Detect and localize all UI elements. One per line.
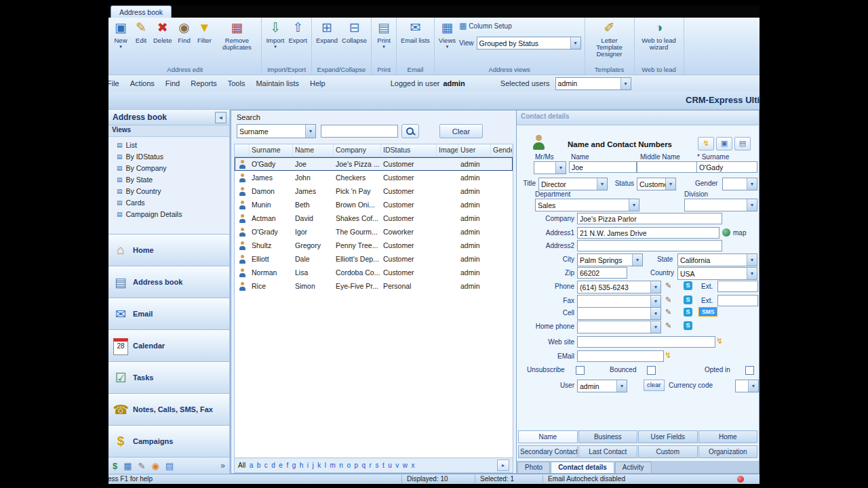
menu-tools[interactable]: Tools [222,79,251,87]
filter-letter[interactable]: f [286,462,288,469]
clear-user-button[interactable]: clear [644,380,665,391]
column-surname[interactable]: Surname [250,144,293,157]
table-row[interactable]: RiceSimonEye-Five Pr...Personaladmin [235,279,513,293]
filter-letter[interactable]: n [339,462,343,469]
table-row[interactable]: MuninBethBrown Oni...Customeradmin [235,198,513,211]
clear-button[interactable]: Clear [439,124,483,138]
tab-organization[interactable]: Organization [698,445,758,458]
column-company[interactable]: Company [334,144,381,157]
column-user[interactable]: User [458,144,491,157]
column-setup-button[interactable]: ▦Column Setup [459,21,581,30]
grid-icon[interactable]: ▦ [123,461,132,471]
view-item-list[interactable]: ▤List [117,139,229,150]
export-button[interactable]: ⇧Export [286,18,309,51]
filter-letter[interactable]: w [403,462,408,469]
go-web-icon[interactable]: ↯ [716,336,723,346]
fax-ext-field[interactable] [717,295,758,306]
skype-icon[interactable]: S [684,281,692,290]
tab-activity[interactable]: Activity [615,462,652,473]
tab-secondary-contacts[interactable]: Secondary Contacts [518,445,578,458]
filter-letter[interactable]: k [317,462,321,469]
search-field-select[interactable]: Surname [237,124,316,138]
sidebar-item-notes-calls-sms-fax[interactable]: ☎Notes, Calls, SMS, Fax [108,393,229,425]
surname-field[interactable] [696,161,757,173]
tab-name[interactable]: Name [518,430,578,443]
column-idstatus[interactable]: IDStatus [381,144,437,157]
filter-letter[interactable]: s [375,462,378,469]
photo-icon[interactable]: ▣ [716,137,732,150]
filter-letter[interactable]: i [307,462,309,469]
sidebar-item-campaigns[interactable]: $Campaigns [108,425,229,457]
tab-contact-details[interactable]: Contact details [551,462,614,473]
expand-button[interactable]: ⊞Expand [314,18,340,51]
web-to-lead-wizard-button[interactable]: ◑Web to lead wizard [637,18,682,58]
view-item-cards[interactable]: ▤Cards [117,197,229,208]
web-site-field[interactable] [577,336,715,348]
bounced-checkbox[interactable] [647,366,656,375]
remove-duplicates-button[interactable]: ▦Remove duplicates [214,18,259,58]
gender-select[interactable] [722,178,757,190]
filter-letter[interactable]: a [250,462,254,469]
phone-select[interactable]: (614) 535-6243 [577,281,661,293]
view-item-campaign-details[interactable]: ▤Campaign Details [117,208,229,220]
filter-letter[interactable]: b [257,462,261,469]
column-name[interactable]: Name [293,144,334,157]
table-row[interactable]: O'GradyIgorThe Gourm...Coworkeradmin [235,225,513,239]
tab-custom[interactable]: Custom [638,445,698,458]
collapse-button[interactable]: ⊟Collapse [340,18,369,51]
edit-button[interactable]: ✎Edit [131,18,151,51]
table-row[interactable]: ShultzGregoryPenny Tree...Customeradmin [235,239,513,252]
filter-letter[interactable]: h [300,462,304,469]
view-item-by-state[interactable]: ▤By State [117,174,229,185]
city-select[interactable]: Palm Springs [577,253,643,266]
menu-maintain-lists[interactable]: Maintain lists [250,79,304,87]
filter-all[interactable]: All [238,462,245,469]
sidebar-collapse-button[interactable]: ◂ [215,112,226,123]
map-link[interactable]: map [733,229,746,237]
filter-letter[interactable]: t [382,462,384,469]
sidebar-item-tasks[interactable]: ☑Tasks [108,361,229,393]
journal-icon[interactable]: ▤ [165,461,174,471]
sidebar-item-email[interactable]: ✉Email [108,298,229,329]
find-button[interactable]: ◉Find [174,18,194,51]
money-icon[interactable]: $ [113,461,117,471]
edit-home-phone-icon[interactable]: ✎ [665,321,671,330]
filter-letter[interactable]: d [271,462,275,469]
globe-icon[interactable] [722,228,730,237]
menu-reports[interactable]: Reports [185,79,222,87]
middle-name-field[interactable] [637,161,698,173]
table-row[interactable]: JamesJohnCheckersCustomeradmin [235,171,513,184]
new-button[interactable]: ▣New▾ [111,18,131,51]
filter-letter[interactable]: x [412,462,415,469]
department-select[interactable]: Sales [535,199,639,211]
currency-select[interactable] [735,380,759,392]
sms-button[interactable]: SMS [698,307,717,317]
tab-address-book[interactable]: Address book [111,5,172,18]
filter-letter[interactable]: v [395,462,399,469]
filter-letter[interactable]: c [264,462,268,469]
view-item-by-company[interactable]: ▤By Company [117,162,229,174]
phone-ext-field[interactable] [717,281,758,292]
printer-icon[interactable]: ▤ [734,137,751,150]
filter-letter[interactable]: o [347,462,351,469]
email-lists-button[interactable]: ✉Email lists [399,18,432,51]
tab-user-fields[interactable]: User Fields [638,430,698,443]
division-select[interactable] [684,199,757,211]
search-button[interactable] [401,124,419,138]
edit-cell-icon[interactable]: ✎ [665,308,671,317]
filter-letter[interactable]: u [388,462,392,469]
search-input[interactable] [321,125,398,138]
view-select[interactable]: Grouped by Status [477,37,581,49]
zip-field[interactable] [577,267,627,279]
sidebar-item-address-book[interactable]: ▤Address book [108,266,229,298]
name-field[interactable] [569,161,637,173]
table-row[interactable]: O'GadyJoeJoe's Pizza ...Customeradmin [235,157,513,171]
table-row[interactable]: ActmanDavidShakes Cof...Customeradmin [235,211,513,225]
filter-letter[interactable]: g [292,462,296,469]
filter-letter[interactable]: j [313,462,314,469]
more-options-chevron-icon[interactable]: » [220,461,225,470]
filter-letter[interactable]: r [370,462,372,469]
edit-fax-icon[interactable]: ✎ [665,296,671,304]
column-image[interactable]: Image [437,144,458,157]
company-field[interactable] [577,213,722,224]
